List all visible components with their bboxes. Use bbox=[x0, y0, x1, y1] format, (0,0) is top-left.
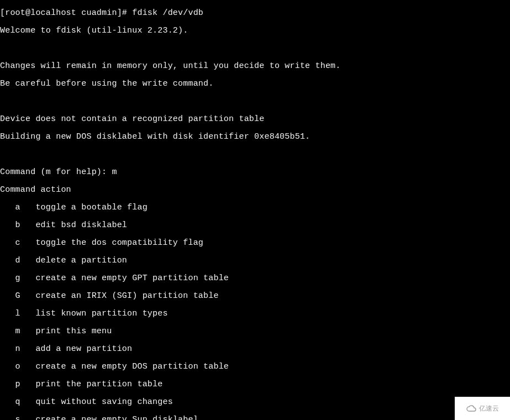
opt-p: p print the partition table bbox=[0, 380, 510, 389]
line-cmd-action: Command action bbox=[0, 186, 510, 195]
opt-s: s create a new empty Sun disklabel bbox=[0, 416, 510, 420]
line-changes1: Changes will remain in memory only, unti… bbox=[0, 62, 510, 71]
terminal-window[interactable]: [root@localhost cuadmin]# fdisk /dev/vdb… bbox=[0, 0, 510, 420]
line-dev2: Building a new DOS disklabel with disk i… bbox=[0, 133, 510, 141]
opt-o: o create a new empty DOS partition table bbox=[0, 363, 510, 371]
blank-line bbox=[0, 44, 510, 53]
opt-a: a toggle a bootable flag bbox=[0, 203, 510, 212]
watermark-badge: 亿速云 bbox=[455, 397, 510, 420]
cloud-icon bbox=[466, 405, 477, 412]
line-dev1: Device does not contain a recognized par… bbox=[0, 115, 510, 124]
cmd-help-prompt: Command (m for help): bbox=[0, 167, 112, 177]
line-welcome: Welcome to fdisk (util-linux 2.23.2). bbox=[0, 27, 510, 35]
line-cmd-m: Command (m for help): m bbox=[0, 168, 510, 177]
opt-b: b edit bsd disklabel bbox=[0, 221, 510, 230]
opt-m: m print this menu bbox=[0, 327, 510, 336]
opt-q: q quit without saving changes bbox=[0, 398, 510, 407]
opt-c: c toggle the dos compatibility flag bbox=[0, 239, 510, 248]
blank-line bbox=[0, 97, 510, 106]
line-changes2: Be careful before using the write comman… bbox=[0, 80, 510, 88]
typed-command: fdisk /dev/vdb bbox=[132, 8, 203, 18]
watermark-text: 亿速云 bbox=[479, 404, 500, 413]
blank-line bbox=[0, 150, 510, 159]
opt-d: d delete a partition bbox=[0, 256, 510, 265]
opt-G: G create an IRIX (SGI) partition table bbox=[0, 292, 510, 301]
opt-l: l list known partition types bbox=[0, 309, 510, 318]
line-prompt-cmd: [root@localhost cuadmin]# fdisk /dev/vdb bbox=[0, 9, 510, 18]
input-m: m bbox=[112, 167, 117, 177]
shell-prompt: [root@localhost cuadmin]# bbox=[0, 8, 127, 18]
opt-g: g create a new empty GPT partition table bbox=[0, 274, 510, 283]
opt-n: n add a new partition bbox=[0, 345, 510, 354]
